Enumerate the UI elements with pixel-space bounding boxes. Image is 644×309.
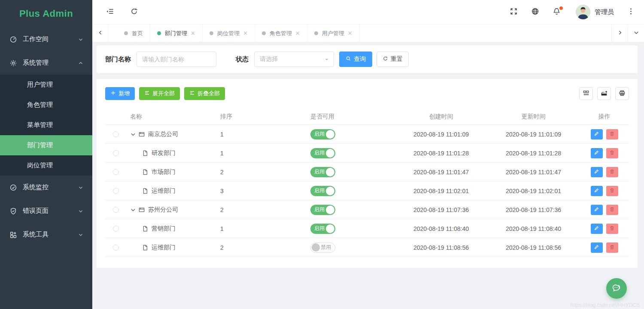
fullscreen-button[interactable]: [509, 7, 518, 17]
tree-expand-icon[interactable]: [130, 131, 136, 137]
tab-home[interactable]: 首页: [117, 24, 150, 42]
updated-time: 2020-08-19 11:01:47: [487, 169, 580, 176]
status-toggle-label: 启用: [314, 187, 325, 194]
status-select[interactable]: 请选择: [254, 52, 334, 67]
export-icon: [601, 90, 608, 98]
edit-button[interactable]: [591, 129, 603, 139]
table-row: 运维部门 2 禁用 禁用 2020-08-19 11:08:56 2020-08…: [105, 238, 629, 257]
pencil-icon: [594, 169, 599, 176]
sidebar-item-workspace[interactable]: 工作空间: [0, 27, 92, 51]
row-radio[interactable]: [113, 245, 119, 251]
page-content: 部门名称 状态 请选择 查询 重置: [92, 42, 644, 309]
caret-down-icon: [324, 57, 329, 62]
column-created: 创建时间: [395, 113, 487, 121]
row-radio[interactable]: [113, 207, 119, 213]
toggle-knob: [312, 243, 320, 251]
row-radio[interactable]: [113, 131, 119, 137]
close-icon[interactable]: ✕: [191, 30, 195, 36]
delete-button[interactable]: [606, 167, 618, 177]
sidebar-item-dept-manage[interactable]: 部门管理: [0, 135, 92, 155]
expand-all-button[interactable]: 展开全部: [139, 87, 180, 100]
pencil-icon: [594, 225, 599, 232]
dept-name: 营销部门: [152, 225, 176, 233]
status-toggle[interactable]: 启用: [310, 224, 335, 234]
add-button-label: 新增: [118, 90, 130, 97]
status-toggle[interactable]: 启用: [310, 148, 335, 158]
tab-dept-manage[interactable]: 部门管理 ✕: [150, 24, 203, 42]
status-toggle[interactable]: 禁用: [310, 242, 335, 253]
printer-icon: [619, 90, 626, 98]
delete-button[interactable]: [606, 205, 618, 215]
reset-button[interactable]: 重置: [377, 52, 409, 67]
sidebar-item-error-pages[interactable]: 错误页面: [0, 199, 92, 223]
sidebar-item-post-manage[interactable]: 岗位管理: [0, 155, 92, 176]
export-button[interactable]: [597, 87, 611, 100]
edit-button[interactable]: [591, 186, 603, 196]
toggle-knob: [326, 187, 334, 195]
dept-name-input[interactable]: [137, 52, 216, 67]
collapse-list-icon: [189, 90, 195, 97]
collapse-all-button[interactable]: 折叠全部: [184, 87, 225, 100]
status-toggle[interactable]: 启用: [310, 205, 335, 215]
delete-button[interactable]: [606, 242, 618, 253]
column-settings-button[interactable]: [579, 87, 593, 100]
edit-button[interactable]: [591, 148, 603, 158]
tabs-scroll-right-button[interactable]: [611, 24, 628, 42]
sidebar-item-system-manage[interactable]: 系统管理: [0, 51, 92, 75]
tab-user-manage[interactable]: 用户管理 ✕: [307, 24, 360, 42]
refresh-button[interactable]: [129, 7, 139, 17]
delete-button[interactable]: [606, 224, 618, 234]
close-icon[interactable]: ✕: [348, 30, 352, 36]
add-button[interactable]: 新增: [105, 87, 135, 100]
row-radio[interactable]: [113, 188, 119, 194]
sidebar-item-system-monitor[interactable]: 系统监控: [0, 176, 92, 199]
edit-button[interactable]: [591, 242, 603, 253]
submenu-label: 岗位管理: [27, 161, 53, 170]
edit-button[interactable]: [591, 167, 603, 177]
table-card: 新增 展开全部 折叠全部: [97, 79, 638, 268]
notifications-button[interactable]: [552, 7, 561, 17]
kebab-icon: [627, 7, 635, 17]
status-toggle[interactable]: 启用: [310, 129, 335, 139]
print-button[interactable]: [615, 87, 629, 100]
close-icon[interactable]: ✕: [243, 30, 248, 36]
delete-button[interactable]: [606, 129, 618, 139]
row-radio[interactable]: [113, 169, 119, 175]
tab-post-manage[interactable]: 岗位管理 ✕: [203, 24, 255, 42]
folder-icon: [138, 206, 145, 213]
delete-button[interactable]: [606, 148, 618, 158]
close-icon[interactable]: ✕: [295, 30, 300, 36]
row-radio[interactable]: [113, 226, 119, 232]
sidebar-item-menu-manage[interactable]: 菜单管理: [0, 115, 92, 135]
table-row: 研发部门 1 启用 启用 2020-08-19 11:01:28 2020-08…: [105, 144, 629, 163]
avatar: [576, 5, 590, 19]
tabs-menu-button[interactable]: [628, 24, 644, 42]
sidebar-item-user-manage[interactable]: 用户管理: [0, 75, 92, 95]
sidebar-item-system-tools[interactable]: 系统工具: [0, 223, 92, 246]
tab-role-manage[interactable]: 角色管理 ✕: [255, 24, 307, 42]
edit-button[interactable]: [591, 205, 603, 215]
globe-icon: [531, 7, 539, 17]
edit-button[interactable]: [591, 224, 603, 234]
sidebar-collapse-button[interactable]: [105, 7, 115, 17]
tabs-bar: 首页 部门管理 ✕ 岗位管理 ✕ 角色管理 ✕: [92, 24, 644, 42]
sidebar-item-role-manage[interactable]: 角色管理: [0, 95, 92, 115]
more-options-button[interactable]: [626, 7, 635, 17]
user-menu[interactable]: 管理员: [576, 5, 614, 19]
status-toggle[interactable]: 启用: [310, 167, 335, 177]
tree-expand-icon[interactable]: [130, 207, 136, 213]
tabs-scroll-left-button[interactable]: [92, 24, 109, 42]
status-toggle[interactable]: 启用: [310, 186, 335, 196]
delete-button[interactable]: [606, 186, 618, 196]
status-toggle-label: 禁用: [321, 244, 331, 251]
expand-list-icon: [144, 90, 150, 97]
feedback-float-button[interactable]: [606, 278, 627, 299]
row-radio[interactable]: [113, 150, 119, 156]
search-button[interactable]: 查询: [339, 52, 372, 67]
toggle-knob: [326, 224, 334, 233]
trash-icon: [609, 206, 615, 213]
language-button[interactable]: [530, 7, 540, 17]
dept-sort: 2: [217, 244, 298, 251]
tools-icon: [9, 231, 17, 239]
status-select-placeholder: 请选择: [260, 55, 278, 63]
